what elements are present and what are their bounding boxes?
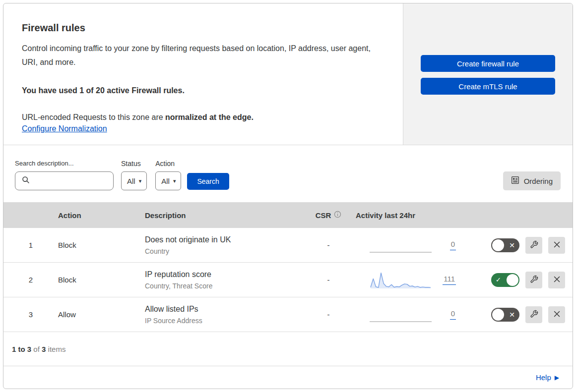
search-group: Search description... [15,160,114,190]
activity-sparkline [370,270,432,290]
search-input-box[interactable] [15,171,114,190]
status-filter-select[interactable]: All ▾ [121,171,147,190]
action-filter-group: Action All ▾ [155,160,181,190]
search-button[interactable]: Search [187,173,229,190]
rule-controls: ✓ ✕ [465,272,573,288]
rule-csr-value: - [301,276,356,284]
ordering-button[interactable]: Ordering [503,171,561,190]
rule-title: IP reputation score [145,270,301,280]
table-row: 3 Allow Allow listed IPs IP Source Addre… [3,297,573,332]
column-header-action: Action [58,211,145,220]
normalization-bold-text: normalized at the edge. [165,113,254,121]
create-mtls-rule-button[interactable]: Create mTLS rule [421,78,555,95]
usage-summary: You have used 1 of 20 active Firewall ru… [22,86,381,95]
x-mark-icon: ✕ [509,311,515,318]
pagination-total: 3 [42,345,46,353]
wrench-icon [530,310,538,320]
rule-activity-cell: 0 [356,297,465,332]
rule-description-cell: Does not originate in UK Country [145,235,301,255]
create-firewall-rule-button[interactable]: Create firewall rule [421,55,555,72]
toggle-knob [492,239,504,251]
status-selected-value: All [127,177,135,185]
configure-normalization-link[interactable]: Configure Normalization [22,124,107,133]
search-input[interactable] [34,176,113,185]
pagination-range: 1 to 3 [12,345,31,353]
rule-activity-cell: 0 [356,228,465,262]
help-link[interactable]: Help [536,373,551,382]
delete-rule-button[interactable] [548,272,565,288]
table-footer: 1 to 3 of 3 items [3,332,573,366]
rule-activity-cell: 111 [356,263,465,297]
ordering-icon [511,176,519,186]
header-section: Firewall rules Control incoming traffic … [3,3,573,145]
normalization-text: URL-encoded Requests to this zone are [22,113,163,121]
status-label: Status [121,160,147,168]
search-icon [22,176,30,186]
check-icon: ✓ [496,277,501,283]
rule-enabled-toggle[interactable]: ✓ ✕ [491,238,519,252]
action-selected-value: All [161,177,170,185]
ordering-button-label: Ordering [524,177,553,185]
table-row: 1 Block Does not originate in UK Country… [3,228,573,263]
edit-rule-button[interactable] [525,306,542,323]
page-description: Control incoming traffic to your zone by… [22,42,381,69]
rule-number: 1 [3,241,58,249]
rule-action: Allow [58,310,145,319]
rule-description-cell: IP reputation score Country, Threat Scor… [145,270,301,290]
wrench-icon [530,275,538,285]
rule-fields: IP Source Address [145,317,301,325]
rule-title: Allow listed IPs [145,304,301,314]
x-mark-icon: ✕ [509,241,515,248]
action-filter-select[interactable]: All ▾ [155,171,181,190]
normalization-note: URL-encoded Requests to this zone are no… [22,111,381,124]
close-icon [553,241,561,250]
table-row: 2 Block IP reputation score Country, Thr… [3,263,573,297]
help-bar: Help ▶ [3,366,573,389]
page-frame: Firewall rules Control incoming traffic … [3,3,573,389]
pagination-summary: 1 to 3 of 3 items [12,345,65,353]
column-header-csr: CSR [301,211,356,220]
close-icon [553,276,561,284]
chevron-down-icon: ▾ [139,178,142,184]
info-icon[interactable] [334,211,341,220]
column-header-description: Description [145,211,301,220]
activity-sparkline [370,235,432,255]
intro-card: Firewall rules Control incoming traffic … [3,3,403,145]
pagination-items-label: items [48,345,66,353]
rule-fields: Country [145,247,301,255]
rule-controls: ✓ ✕ [465,306,573,323]
forward-arrow-icon: ▶ [555,375,559,381]
rule-fields: Country, Threat Score [145,282,301,290]
status-filter-group: Status All ▾ [121,160,147,190]
actions-panel: Create firewall rule Create mTLS rule [403,3,573,145]
table-header-row: Action Description CSR Activity last 24h… [3,202,573,228]
rule-csr-value: - [301,241,356,249]
toggle-knob [507,274,518,286]
rule-number: 3 [3,310,58,319]
delete-rule-button[interactable] [548,306,565,323]
activity-count-link[interactable]: 0 [450,309,456,320]
activity-count-link[interactable]: 111 [443,275,456,285]
rule-enabled-toggle[interactable]: ✓ ✕ [491,273,519,287]
rule-controls: ✓ ✕ [465,237,573,254]
rule-csr-value: - [301,310,356,319]
firewall-rules-page: Firewall rules Control incoming traffic … [0,0,576,392]
search-label: Search description... [15,160,114,167]
rule-description-cell: Allow listed IPs IP Source Address [145,304,301,325]
edit-rule-button[interactable] [525,237,542,254]
csr-header-label: CSR [316,211,331,220]
rule-action: Block [58,276,145,284]
rule-title: Does not originate in UK [145,235,301,245]
filter-bar: Search description... Status All ▾ [3,145,573,202]
action-label: Action [155,160,181,168]
rule-number: 2 [3,276,58,284]
delete-rule-button[interactable] [548,237,565,254]
wrench-icon [530,240,538,250]
activity-count-link[interactable]: 0 [450,240,456,250]
pagination-of: of [33,345,40,353]
rule-enabled-toggle[interactable]: ✓ ✕ [491,308,519,322]
toggle-knob [492,309,504,321]
edit-rule-button[interactable] [525,272,542,288]
activity-sparkline [370,305,432,325]
page-title: Firewall rules [22,22,381,34]
